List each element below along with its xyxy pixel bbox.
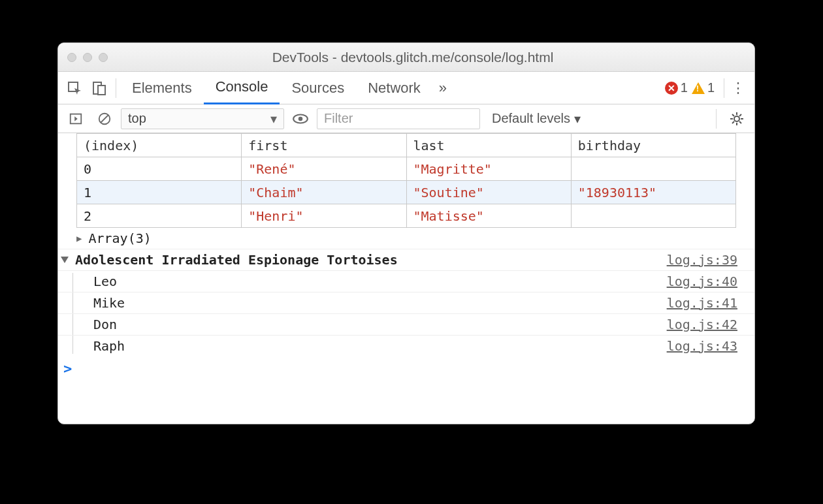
console-group-header[interactable]: Adolescent Irradiated Espionage Tortoise… [58,249,754,270]
tabs-overflow[interactable]: » [432,72,453,104]
array-summary[interactable]: ▶ Array(3) [76,228,754,249]
th-last[interactable]: last [406,134,571,157]
tab-network[interactable]: Network [356,72,432,104]
svg-line-13 [732,114,734,116]
th-first[interactable]: first [242,134,406,157]
console-toolbar: top ▾ Default levels ▾ [58,104,754,133]
source-link[interactable]: log.js:41 [667,295,737,311]
group-title: Adolescent Irradiated Espionage Tortoise… [75,252,667,268]
tab-console[interactable]: Console [204,72,280,104]
divider [116,78,116,98]
settings-gear-icon[interactable] [724,106,749,131]
divider [724,78,724,98]
levels-label: Default levels [492,111,570,126]
svg-line-14 [739,121,741,123]
close-dot[interactable] [67,53,76,62]
window-title: DevTools - devtools.glitch.me/console/lo… [80,50,745,65]
tab-sources[interactable]: Sources [280,72,356,104]
titlebar: DevTools - devtools.glitch.me/console/lo… [58,43,754,72]
svg-point-8 [734,116,739,121]
log-row[interactable]: Leo log.js:40 [58,270,754,292]
chevron-down-icon: ▾ [270,111,277,127]
log-row[interactable]: Don log.js:42 [58,313,754,335]
devtools-window: DevTools - devtools.glitch.me/console/lo… [57,42,755,424]
error-icon: ✕ [665,82,678,95]
live-expression-icon[interactable] [288,106,313,131]
console-table: (index) first last birthday 0 "René" "Ma… [76,133,736,228]
source-link[interactable]: log.js:42 [667,317,737,332]
console-group-body: Leo log.js:40 Mike log.js:41 Don log.js:… [58,270,754,356]
source-link[interactable]: log.js:43 [667,338,737,354]
svg-rect-2 [98,86,105,95]
log-row[interactable]: Mike log.js:41 [58,292,754,313]
log-levels-selector[interactable]: Default levels ▾ [492,111,581,127]
log-row[interactable]: Raph log.js:43 [58,335,754,356]
table-row[interactable]: 1 "Chaim" "Soutine" "18930113" [77,181,736,204]
expand-triangle-icon[interactable]: ▶ [76,233,82,244]
divider [716,109,717,129]
device-toggle-icon[interactable] [87,76,112,101]
source-link[interactable]: log.js:40 [667,274,737,289]
collapse-triangle-icon[interactable] [61,257,69,263]
status-badges[interactable]: ✕ 1 1 [665,80,715,95]
console-output: (index) first last birthday 0 "René" "Ma… [58,133,754,424]
filter-input[interactable] [317,108,480,129]
svg-line-16 [739,114,741,116]
inspect-icon[interactable] [62,76,87,101]
clear-console-icon[interactable] [92,106,117,131]
more-menu-icon[interactable]: ⋮ [728,80,748,97]
tab-elements[interactable]: Elements [120,72,204,104]
th-index[interactable]: (index) [77,134,242,157]
warning-icon [692,82,705,94]
context-label: top [128,111,146,126]
svg-point-7 [299,116,303,121]
warning-count: 1 [707,80,715,95]
table-row[interactable]: 2 "Henri" "Matisse" [77,204,736,228]
console-sidebar-toggle-icon[interactable] [63,106,88,131]
svg-line-15 [732,121,734,123]
table-row[interactable]: 0 "René" "Magritte" [77,157,736,181]
source-link[interactable]: log.js:39 [667,252,737,268]
main-tabs: Elements Console Sources Network » ✕ 1 1… [58,72,754,104]
th-birthday[interactable]: birthday [571,134,735,157]
console-prompt[interactable]: > [58,356,754,377]
context-selector[interactable]: top ▾ [121,108,284,129]
svg-line-5 [101,115,108,122]
chevron-down-icon: ▾ [574,111,581,127]
error-count: 1 [681,80,688,95]
